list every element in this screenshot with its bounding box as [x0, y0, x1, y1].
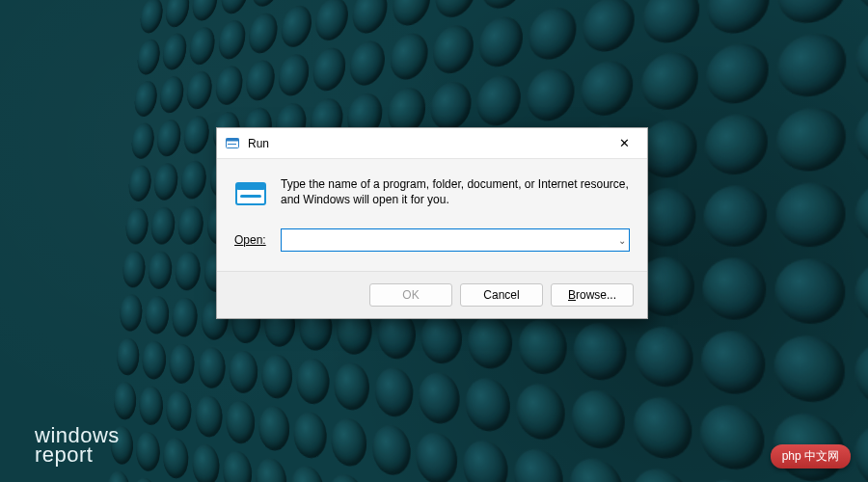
dialog-body: Type the name of a program, folder, docu… — [217, 159, 647, 271]
dialog-description: Type the name of a program, folder, docu… — [281, 176, 630, 207]
titlebar: Run ✕ — [217, 128, 647, 159]
open-input[interactable] — [281, 228, 630, 252]
run-dialog-icon — [234, 178, 267, 211]
open-combobox[interactable]: ⌄ — [281, 228, 630, 252]
ok-button[interactable]: OK — [369, 283, 452, 307]
dialog-title: Run — [248, 137, 603, 150]
run-titlebar-icon — [225, 136, 240, 151]
watermark-php-cn: php 中文网 — [771, 444, 851, 469]
cancel-button[interactable]: Cancel — [460, 283, 543, 307]
svg-rect-2 — [228, 144, 236, 145]
run-dialog: Run ✕ Type the name of a program, folder… — [216, 127, 648, 319]
open-label: Open: — [234, 233, 269, 247]
watermark-windows-report: windows report — [35, 426, 120, 465]
svg-rect-1 — [227, 138, 239, 141]
browse-button[interactable]: Browse... — [551, 283, 634, 307]
close-button[interactable]: ✕ — [603, 129, 645, 158]
svg-rect-4 — [236, 183, 265, 190]
dialog-footer: OK Cancel Browse... — [217, 271, 647, 318]
close-icon: ✕ — [619, 137, 630, 149]
svg-rect-5 — [240, 195, 261, 198]
